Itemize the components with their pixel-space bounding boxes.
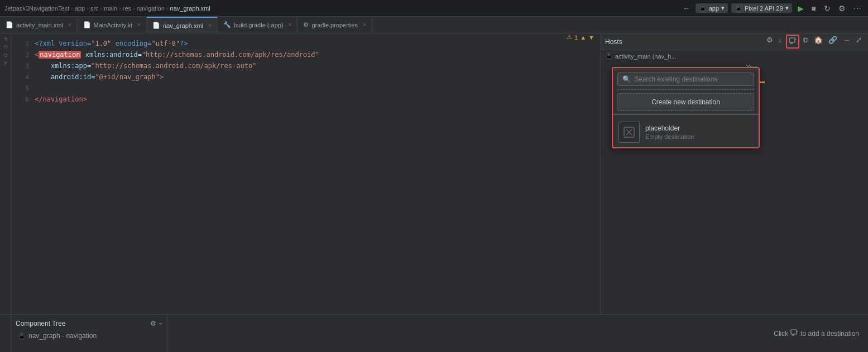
dest-item-icon (618, 122, 640, 143)
stop-button[interactable]: ■ (809, 3, 818, 14)
component-tree-item-label: nav_graph - navigation (28, 332, 97, 340)
arrow-right-icon[interactable]: → (841, 35, 852, 49)
tab-close[interactable]: × (68, 22, 71, 28)
code-line-6: 6 </navigation> (11, 94, 600, 105)
db-sidebar-icon[interactable]: D (2, 52, 9, 59)
chevron-down-icon: ▾ (785, 4, 789, 12)
svg-rect-8 (791, 330, 797, 334)
nav-panel-body[interactable]: 📱 activity_main (nav_h... You 🔍 Create n… (601, 50, 868, 352)
tab-main-activity[interactable]: 📄 MainActivity.kt × (78, 17, 147, 33)
code-editor[interactable]: ⚠ 1 ▲ ▼ 1 <?xml version="1.0" encoding="… (11, 33, 600, 352)
divider-2 (613, 114, 759, 115)
tabs-bar: 📄 activity_main.xml × 📄 MainActivity.kt … (0, 17, 868, 33)
bottom-hint-suffix: to add a destination (800, 330, 859, 337)
create-destination-button[interactable]: Create new destination (617, 93, 754, 111)
search-input[interactable] (634, 75, 749, 83)
line-number: 5 (13, 85, 29, 92)
code-text: </navigation> (35, 95, 87, 103)
sync-button[interactable]: ↻ (822, 3, 833, 14)
breadcrumb-part-2: src (90, 5, 99, 12)
line-number: 4 (13, 74, 29, 81)
device-icon: 📱 (735, 4, 742, 12)
commit-sidebar-icon[interactable]: C (2, 44, 9, 51)
more-button[interactable]: ⋯ (851, 3, 864, 14)
tab-close[interactable]: × (363, 22, 366, 28)
dest-item-placeholder[interactable]: placeholder Empty destination (613, 117, 759, 147)
settings-button[interactable]: ⚙ (836, 3, 848, 14)
component-tree-header: Component Tree ⚙ − (11, 317, 167, 330)
tab-build-gradle[interactable]: 🔧 build.gradle (:app) × (218, 17, 298, 33)
bottom-hint-text: Click (774, 330, 788, 337)
tab-label: gradle.properties (311, 22, 358, 28)
dest-item-name: placeholder (645, 124, 694, 132)
svg-rect-0 (789, 38, 795, 42)
nav-panel-title: Hosts (605, 38, 761, 46)
dest-search-container: 🔍 (617, 73, 754, 86)
run-config-label: app (709, 5, 719, 12)
add-arrow-icon[interactable]: ↓ (777, 35, 784, 49)
create-btn-label: Create new destination (651, 98, 720, 106)
tab-label: activity_main.xml (16, 22, 63, 28)
dest-item-sub: Empty destination (645, 133, 694, 140)
line-number: 2 (13, 51, 29, 59)
copy-icon[interactable]: ⧉ (802, 35, 810, 49)
search-icon: 🔍 (622, 75, 631, 83)
warning-count: 1 (574, 34, 578, 41)
back-button[interactable]: ← (680, 3, 692, 13)
component-tree-panel: Component Tree ⚙ − 📱 nav_graph - navigat… (11, 315, 167, 352)
breadcrumb-part-1: app (75, 5, 85, 12)
tab-icon: 📄 (6, 21, 13, 28)
warning-nav-down[interactable]: ▼ (588, 34, 594, 41)
component-tree-settings-icon[interactable]: ⚙ (150, 320, 156, 327)
main-area: P C D R ⚠ 1 ▲ ▼ 1 <?xml version="1.0" en… (0, 33, 868, 352)
tab-icon: 📄 (83, 21, 91, 28)
resource-sidebar-icon[interactable]: R (2, 60, 9, 67)
run-button[interactable]: ▶ (795, 3, 806, 14)
tab-label: MainActivity.kt (94, 22, 132, 28)
tab-activity-main[interactable]: 📄 activity_main.xml × (0, 17, 78, 33)
code-line-4: 4 android:id="@+id/nav_graph"> (11, 71, 600, 83)
tab-nav-graph[interactable]: 📄 nav_graph.xml × (147, 17, 218, 33)
component-tree-minus-icon[interactable]: − (159, 320, 162, 327)
tab-label: nav_graph.xml (163, 22, 203, 29)
chevron-down-icon: ▾ (721, 4, 725, 12)
breadcrumb-part-3: main (104, 5, 117, 12)
divider-1 (617, 89, 754, 90)
dest-item-info: placeholder Empty destination (645, 124, 694, 140)
tab-close[interactable]: × (137, 22, 141, 28)
tab-close[interactable]: × (208, 22, 212, 28)
tab-gradle-properties[interactable]: ⚙ gradle.properties × (298, 17, 372, 33)
run-config-icon: 📱 (699, 4, 707, 12)
line-number: 6 (13, 96, 29, 103)
component-tree-item[interactable]: 📱 nav_graph - navigation (11, 330, 167, 341)
add-destination-icon[interactable] (786, 35, 799, 49)
bottom-hint: Click to add a destination (167, 315, 868, 352)
nav-graph-tree-icon: 📱 (18, 332, 26, 340)
code-text: <?xml version="1.0" encoding="utf-8"?> (35, 40, 188, 47)
code-line-2: 2 <navigation xmlns:android="http://sche… (11, 49, 600, 60)
bottom-panel: Component Tree ⚙ − 📱 nav_graph - navigat… (0, 314, 868, 352)
link-icon[interactable]: 🔗 (827, 35, 839, 49)
settings-icon[interactable]: ⚙ (765, 35, 775, 49)
tab-icon: 📄 (152, 22, 160, 29)
run-config-selector[interactable]: 📱 app ▾ (696, 3, 728, 13)
code-text: xmlns:app="http://schemas.android.com/ap… (35, 62, 256, 70)
home-icon[interactable]: 🏠 (812, 35, 824, 49)
project-sidebar-icon[interactable]: P (2, 36, 9, 42)
breadcrumb-current: nav_graph.xml (170, 5, 210, 12)
code-line-3: 3 xmlns:app="http://schemas.android.com/… (11, 60, 600, 71)
tab-close[interactable]: × (289, 22, 292, 28)
line-number: 1 (13, 40, 29, 47)
nav-panel: Hosts ⚙ ↓ ⧉ 🏠 🔗 → ⤢ (600, 33, 868, 352)
dest-dropdown: 🔍 Create new destination (612, 67, 760, 148)
warning-nav-up[interactable]: ▲ (580, 34, 586, 41)
code-text: <navigation xmlns:android="http://schema… (35, 51, 319, 59)
device-label: Pixel 2 API 29 (745, 5, 783, 12)
device-selector[interactable]: 📱 Pixel 2 API 29 ▾ (731, 3, 792, 13)
left-sidebar: P C D R (0, 33, 11, 352)
code-line-5: 5 (11, 83, 600, 94)
nav-graph-label: 📱 activity_main (nav_h... (605, 52, 676, 60)
breadcrumb-part-4: res (123, 5, 131, 12)
tab-icon: ⚙ (303, 21, 309, 28)
expand-icon[interactable]: ⤢ (854, 35, 864, 49)
